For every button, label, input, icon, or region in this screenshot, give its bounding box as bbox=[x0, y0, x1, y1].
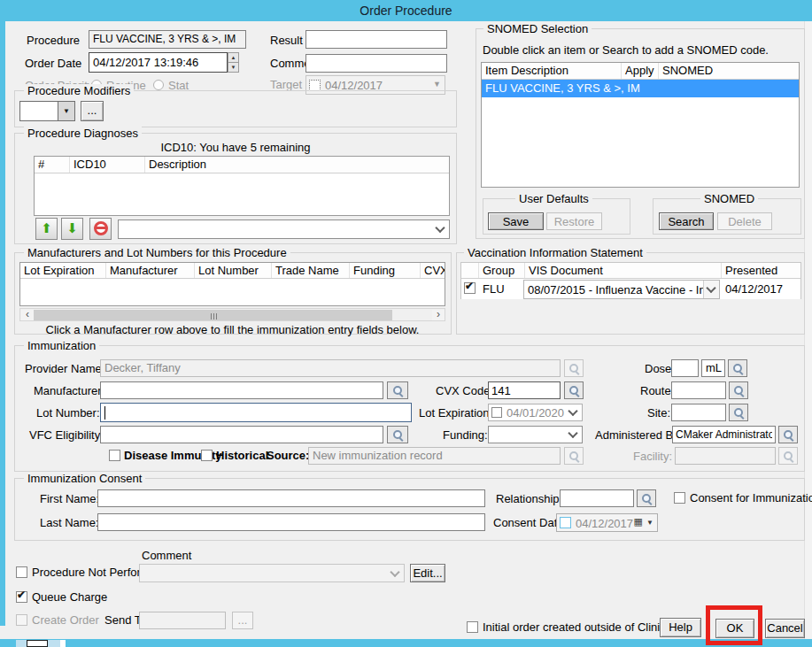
search-icon bbox=[568, 451, 580, 462]
site-search-button[interactable] bbox=[729, 404, 748, 421]
administered-by-search-button[interactable] bbox=[778, 426, 798, 443]
relationship-input[interactable] bbox=[560, 489, 634, 507]
order-date-field[interactable]: 04/12/2017 13:19:46 bbox=[89, 52, 228, 73]
queue-charge-checkbox[interactable]: ✔ bbox=[16, 591, 27, 603]
cancel-button[interactable]: Cancel bbox=[765, 619, 805, 638]
snomed-col-item-description[interactable]: Item Description bbox=[482, 63, 622, 79]
diagnosis-combo[interactable] bbox=[118, 220, 450, 239]
dose-input[interactable] bbox=[671, 359, 699, 377]
route-label: Route: bbox=[640, 385, 674, 397]
lot-expiration-combo[interactable]: 04/01/2020 bbox=[488, 404, 583, 421]
cvx-search-button[interactable] bbox=[564, 381, 584, 399]
route-input[interactable] bbox=[671, 381, 726, 399]
search-icon bbox=[641, 493, 653, 505]
provider-search-button bbox=[564, 359, 584, 377]
annotation-ok-highlight bbox=[706, 605, 762, 645]
provider-name-field: Decker, Tiffany bbox=[100, 359, 561, 377]
snomed-col-snomed[interactable]: SNOMED bbox=[659, 63, 799, 79]
diagnoses-col-icd10[interactable]: ICD10 bbox=[70, 157, 145, 173]
consent-date-combo[interactable]: 04/12/2017 ▦ ▼ bbox=[556, 513, 658, 532]
vfc-eligibility-input[interactable] bbox=[100, 426, 383, 443]
vis-col-presented[interactable]: Presented bbox=[722, 263, 800, 278]
window-titlebar[interactable]: Order Procedure bbox=[0, 0, 812, 21]
lot-number-input[interactable] bbox=[100, 403, 412, 422]
search-button[interactable]: Search bbox=[659, 212, 714, 230]
manufacturers-hscrollbar[interactable]: ‹ › bbox=[19, 308, 445, 321]
chevron-down-icon[interactable] bbox=[568, 428, 577, 438]
funding-combo[interactable] bbox=[488, 426, 583, 443]
delete-button[interactable]: Delete bbox=[717, 212, 772, 230]
route-search-button[interactable] bbox=[729, 381, 748, 399]
diagnosis-move-down-button[interactable]: ⬇ bbox=[61, 218, 83, 240]
consent-for-immunization-checkbox[interactable] bbox=[674, 492, 685, 504]
window-left-border bbox=[0, 0, 5, 626]
diagnosis-combo-chevron-icon[interactable] bbox=[435, 223, 445, 233]
consent-date-dropdown-icon[interactable]: ▼ bbox=[646, 519, 653, 527]
target-date-dropdown-icon: ▼ bbox=[433, 80, 441, 89]
cvx-code-input[interactable] bbox=[488, 381, 561, 399]
manufacturer-label: Manufacturer: bbox=[34, 385, 104, 397]
vfc-search-button[interactable] bbox=[387, 426, 408, 443]
diagnosis-move-up-button[interactable]: ⬆ bbox=[35, 218, 58, 240]
disease-immunity-checkbox[interactable] bbox=[109, 450, 120, 461]
vis-col-document[interactable]: VIS Document bbox=[525, 263, 722, 278]
first-name-input[interactable] bbox=[97, 489, 485, 507]
col-lot-expiration[interactable]: Lot Expiration bbox=[20, 263, 106, 278]
scroll-right-icon[interactable]: › bbox=[432, 310, 445, 320]
dose-search-button[interactable] bbox=[728, 359, 747, 377]
move-up-icon: ⬆ bbox=[41, 220, 52, 235]
order-date-spinner-down-icon[interactable]: ▼ bbox=[228, 62, 239, 73]
scrollbar-thumb[interactable] bbox=[34, 310, 392, 320]
calendar-icon[interactable]: ▦ bbox=[634, 516, 643, 528]
comments-input[interactable] bbox=[305, 54, 447, 73]
initial-order-checkbox[interactable] bbox=[467, 621, 478, 633]
facility-label: Facility: bbox=[633, 451, 672, 463]
help-button[interactable]: Help bbox=[660, 618, 701, 637]
diagnoses-col-description[interactable]: Description bbox=[145, 157, 449, 173]
restore-button[interactable]: Restore bbox=[546, 212, 602, 230]
vis-row-checkbox[interactable]: ✔ bbox=[464, 282, 476, 294]
historical-checkbox[interactable] bbox=[201, 450, 213, 461]
edit-button[interactable]: Edit... bbox=[410, 564, 445, 582]
manufacturer-search-button[interactable] bbox=[387, 381, 408, 399]
last-name-label: Last Name: bbox=[40, 517, 98, 529]
col-trade-name[interactable]: Trade Name bbox=[272, 263, 350, 278]
scroll-left-icon[interactable]: ‹ bbox=[21, 310, 34, 320]
manufacturer-input[interactable] bbox=[100, 381, 383, 399]
col-cvx[interactable]: CVX bbox=[421, 263, 445, 278]
procedure-not-performed-checkbox[interactable] bbox=[16, 566, 27, 578]
administered-by-input[interactable] bbox=[672, 426, 776, 443]
chevron-down-icon[interactable] bbox=[568, 406, 577, 416]
diagnoses-table: # ICD10 Description bbox=[34, 156, 450, 216]
relationship-search-button[interactable] bbox=[637, 489, 656, 507]
vis-document-combo[interactable]: 08/07/2015 - Influenza Vaccine - Inacti.… bbox=[523, 280, 720, 299]
col-lot-number[interactable]: Lot Number bbox=[195, 263, 272, 278]
comment-combo bbox=[139, 564, 405, 582]
col-funding[interactable]: Funding bbox=[350, 263, 421, 278]
vis-col-group[interactable]: Group bbox=[479, 263, 525, 278]
col-manufacturer[interactable]: Manufacturer bbox=[106, 263, 195, 278]
last-name-input[interactable] bbox=[97, 513, 485, 531]
procedure-modifiers-combo-arrow-icon[interactable]: ▼ bbox=[58, 102, 74, 120]
save-button[interactable]: Save bbox=[488, 212, 544, 230]
snomed-selected-row[interactable]: FLU VACCINE, 3 YRS & >, IM bbox=[482, 80, 799, 97]
vis-table-header: Group VIS Document Presented bbox=[461, 263, 800, 279]
search-icon bbox=[568, 363, 580, 374]
site-input[interactable] bbox=[671, 404, 726, 421]
diagnosis-remove-button[interactable] bbox=[89, 218, 112, 240]
procedure-modifiers-combo[interactable]: ▼ bbox=[19, 101, 75, 121]
vis-document-value: 08/07/2015 - Influenza Vaccine - Inacti.… bbox=[528, 283, 720, 297]
vis-document-arrow-cell[interactable] bbox=[703, 281, 719, 298]
stat-radio[interactable] bbox=[153, 80, 164, 90]
diagnoses-col-number[interactable]: # bbox=[35, 157, 70, 173]
lot-expiration-checkbox[interactable] bbox=[491, 407, 502, 418]
consent-date-checkbox[interactable] bbox=[560, 517, 571, 528]
procedure-diagnoses-caption: Procedure Diagnoses bbox=[24, 127, 142, 140]
search-icon bbox=[733, 407, 745, 419]
vis-caption: Vaccination Information Statement bbox=[464, 246, 646, 259]
procedure-modifiers-browse-button[interactable]: ... bbox=[81, 101, 104, 121]
vis-col-checkbox[interactable] bbox=[461, 263, 479, 278]
snomed-col-apply[interactable]: Apply bbox=[622, 63, 659, 79]
source-label: Source: bbox=[267, 450, 309, 462]
result-input[interactable] bbox=[305, 30, 447, 49]
